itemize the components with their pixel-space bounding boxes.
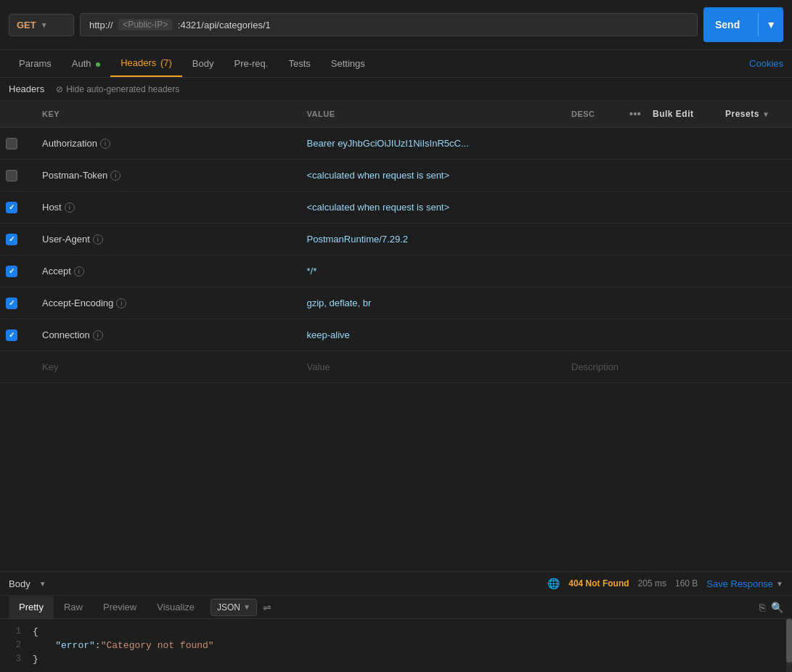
row-checkbox-cell[interactable] — [0, 293, 36, 314]
tab-preview[interactable]: Preview — [93, 596, 147, 618]
row-value-cell[interactable]: <calculated when request is sent> — [301, 165, 566, 185]
more-options-icon[interactable]: ••• — [629, 108, 641, 120]
row-key-text: Postman-Token — [42, 170, 107, 181]
row-checkbox[interactable] — [6, 170, 17, 181]
send-button[interactable]: Send ▼ — [703, 7, 783, 42]
row-key-cell[interactable]: User-Agent i — [36, 229, 301, 249]
row-desc-cell[interactable] — [566, 171, 624, 180]
col-more-header[interactable]: ••• — [624, 105, 647, 123]
format-chevron-icon: ▼ — [243, 603, 250, 611]
tab-prereq[interactable]: Pre-req. — [224, 51, 278, 76]
col-bulk-edit-header[interactable]: Bulk Edit — [647, 105, 719, 123]
empty-desc-cell[interactable]: Description — [566, 357, 624, 377]
row-key-cell[interactable]: Authorization i — [36, 134, 301, 153]
row-empty-2 — [719, 171, 792, 180]
table-row: Authorization i Bearer eyJhbGciOiJIUzI1N… — [0, 128, 792, 160]
scrollbar-thumb[interactable] — [786, 619, 792, 663]
row-value-cell[interactable]: <calculated when request is sent> — [301, 197, 566, 217]
copy-icon[interactable]: ⎘ — [759, 602, 765, 613]
method-select[interactable]: GET ▼ — [9, 14, 74, 36]
row-key-text: User-Agent — [42, 234, 90, 245]
row-value-cell[interactable]: keep-alive — [301, 325, 566, 345]
row-more-cell[interactable] — [624, 139, 647, 148]
code-line-1: 1 { — [0, 625, 792, 639]
tab-tests[interactable]: Tests — [278, 51, 320, 76]
row-more-cell[interactable] — [624, 267, 647, 276]
row-value-cell[interactable]: PostmanRuntime/7.29.2 — [301, 229, 566, 249]
tab-visualize[interactable]: Visualize — [147, 596, 205, 618]
row-key-cell[interactable]: Accept i — [36, 261, 301, 281]
wrap-icon[interactable]: ⇌ — [263, 602, 272, 613]
tab-pretty[interactable]: Pretty — [9, 596, 54, 618]
row-info-icon[interactable]: i — [93, 330, 103, 340]
tab-headers[interactable]: Headers (7) — [110, 50, 182, 77]
row-checkbox[interactable] — [6, 138, 17, 149]
row-value-cell[interactable]: gzip, deflate, br — [301, 293, 566, 313]
row-desc-cell[interactable] — [566, 203, 624, 212]
row-value-text: keep-alive — [307, 329, 350, 340]
tab-preview-label: Preview — [103, 602, 136, 612]
row-more-cell[interactable] — [624, 203, 647, 212]
col-presets-header[interactable]: Presets ▼ — [719, 105, 792, 123]
row-checkbox-cell[interactable] — [0, 229, 36, 250]
response-body-chevron[interactable]: ▼ — [39, 580, 46, 588]
search-icon[interactable]: 🔍 — [771, 602, 783, 613]
row-more-cell[interactable] — [624, 331, 647, 340]
empty-key-cell[interactable]: Key — [36, 357, 301, 377]
row-info-icon[interactable]: i — [65, 202, 75, 213]
col-key-header: KEY — [36, 105, 301, 123]
row-value-cell[interactable]: Bearer eyJhbGciOiJIUzI1NiIsInR5cC... — [301, 134, 566, 153]
cookies-link[interactable]: Cookies — [749, 58, 783, 69]
row-desc-cell[interactable] — [566, 235, 624, 244]
row-more-cell[interactable] — [624, 171, 647, 180]
tab-raw[interactable]: Raw — [54, 596, 93, 618]
send-dropdown-arrow[interactable]: ▼ — [758, 13, 783, 36]
row-key-cell[interactable]: Connection i — [36, 325, 301, 345]
row-checkbox[interactable] — [6, 202, 17, 213]
row-info-icon[interactable]: i — [100, 139, 110, 149]
row-checkbox[interactable] — [6, 329, 17, 341]
row-info-icon[interactable]: i — [116, 298, 126, 308]
tab-auth[interactable]: Auth — [62, 51, 110, 76]
format-select[interactable]: JSON ▼ — [211, 599, 257, 616]
row-desc-cell[interactable] — [566, 139, 624, 148]
headers-table: Authorization i Bearer eyJhbGciOiJIUzI1N… — [0, 128, 792, 383]
tab-settings-label: Settings — [331, 58, 365, 69]
row-more-cell[interactable] — [624, 235, 647, 244]
response-tabs: Pretty Raw Preview Visualize JSON ▼ ⇌ ⎘ … — [0, 596, 792, 619]
vertical-scrollbar[interactable] — [786, 619, 792, 672]
tab-visualize-label: Visualize — [157, 602, 195, 612]
tab-settings[interactable]: Settings — [321, 51, 375, 76]
row-key-cell[interactable]: Postman-Token i — [36, 165, 301, 185]
row-desc-cell[interactable] — [566, 331, 624, 340]
empty-value-cell[interactable]: Value — [301, 357, 566, 377]
row-info-icon[interactable]: i — [93, 234, 103, 245]
code-close-brace: } — [33, 654, 38, 665]
tab-params[interactable]: Params — [9, 51, 62, 76]
row-more-cell[interactable] — [624, 299, 647, 308]
row-checkbox-cell[interactable] — [0, 261, 36, 282]
row-desc-cell[interactable] — [566, 267, 624, 276]
row-value-cell[interactable]: */* — [301, 261, 566, 281]
url-display[interactable]: http:// <Public-IP> :4321/api/categories… — [80, 13, 698, 36]
row-key-cell[interactable]: Host i — [36, 197, 301, 217]
row-checkbox[interactable] — [6, 298, 17, 309]
row-checkbox-cell[interactable] — [0, 197, 36, 218]
row-checkbox[interactable] — [6, 234, 17, 245]
tab-body[interactable]: Body — [182, 51, 224, 76]
row-info-icon[interactable]: i — [74, 266, 84, 276]
empty-more-cell — [624, 363, 647, 372]
row-desc-cell[interactable] — [566, 299, 624, 308]
row-checkbox-cell[interactable] — [0, 134, 36, 154]
row-key-cell[interactable]: Accept-Encoding i — [36, 293, 301, 313]
headers-count-badge: (7) — [160, 57, 172, 68]
row-checkbox-cell[interactable] — [0, 325, 36, 345]
response-status: 404 Not Found — [568, 578, 629, 589]
row-empty-1 — [647, 299, 719, 308]
row-checkbox-cell[interactable] — [0, 165, 36, 186]
tab-tests-label: Tests — [288, 58, 310, 69]
hide-autogenerated-toggle[interactable]: ⊘ Hide auto-generated headers — [56, 84, 179, 94]
save-response-button[interactable]: Save Response ▼ — [706, 578, 783, 589]
row-info-icon[interactable]: i — [110, 171, 121, 181]
row-checkbox[interactable] — [6, 266, 17, 277]
